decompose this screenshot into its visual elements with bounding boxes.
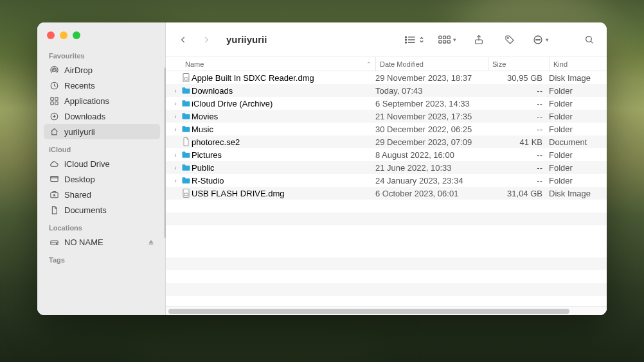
sidebar-item-desktop[interactable]: Desktop <box>44 171 160 187</box>
file-size: -- <box>488 99 549 108</box>
disclosure-triangle-icon[interactable]: › <box>171 113 180 120</box>
file-name: Music <box>192 125 375 134</box>
column-size[interactable]: Size <box>488 57 549 71</box>
folder-icon <box>180 151 192 159</box>
file-row[interactable]: USB FLASH DRIVE.dmg6 October 2023, 06:01… <box>166 187 607 200</box>
file-size: -- <box>488 176 549 185</box>
sidebar-item-label: Downloads <box>64 112 105 121</box>
file-row[interactable]: ›Music30 December 2022, 06:25--Folder <box>166 123 607 135</box>
view-mode-list-button[interactable] <box>404 35 424 44</box>
eject-icon[interactable] <box>147 238 155 246</box>
sidebar-item-no-name[interactable]: NO NAME <box>44 234 160 250</box>
sidebar-item-label: Shared <box>64 190 91 200</box>
file-row[interactable]: Apple Built In SDXC Reader.dmg29 Novembe… <box>166 71 607 84</box>
file-kind: Document <box>549 137 607 147</box>
file-kind: Folder <box>549 163 607 173</box>
fullscreen-window-button[interactable] <box>73 31 80 39</box>
svg-point-14 <box>56 243 57 244</box>
minimize-window-button[interactable] <box>60 31 67 39</box>
svg-rect-3 <box>55 97 57 99</box>
file-row[interactable]: ›Movies21 November 2023, 17:35--Folder <box>166 110 607 123</box>
file-row[interactable]: ›Public21 June 2022, 10:33--Folder <box>166 161 607 174</box>
file-kind: Folder <box>549 86 607 96</box>
traffic-lights <box>37 22 165 39</box>
search-button[interactable] <box>581 31 598 49</box>
disclosure-triangle-icon[interactable]: › <box>171 151 180 159</box>
group-by-button[interactable]: ▾ <box>438 35 456 44</box>
sidebar-item-label: NO NAME <box>64 237 103 247</box>
sidebar: Favourites AirDrop Recents Applications … <box>37 22 166 315</box>
home-icon <box>49 126 59 137</box>
clock-icon <box>49 80 59 90</box>
share-button[interactable] <box>470 31 487 49</box>
sidebar-item-yuriiyurii[interactable]: yuriiyurii <box>44 124 160 139</box>
sidebar-item-downloads[interactable]: Downloads <box>44 108 160 124</box>
column-name-label: Name <box>185 60 204 68</box>
forward-button[interactable] <box>198 31 215 49</box>
scrollbar-thumb[interactable] <box>168 309 569 314</box>
file-date: 8 August 2022, 16:00 <box>375 150 488 160</box>
disclosure-triangle-icon[interactable]: › <box>171 164 180 171</box>
folder-icon <box>180 177 192 184</box>
sidebar-section-favourites: Favourites <box>44 46 160 62</box>
file-size: -- <box>488 150 549 160</box>
sidebar-item-label: yuriiyurii <box>64 127 95 137</box>
disclosure-triangle-icon[interactable]: › <box>171 87 180 94</box>
sidebar-item-documents[interactable]: Documents <box>44 202 160 218</box>
file-name: Downloads <box>192 86 375 96</box>
file-row[interactable]: ›Pictures8 August 2022, 16:00--Folder <box>166 148 607 161</box>
column-kind[interactable]: Kind <box>549 57 607 71</box>
sidebar-item-icloud-drive[interactable]: iCloud Drive <box>44 156 160 171</box>
chevron-down-icon: ▾ <box>546 37 549 43</box>
disclosure-triangle-icon[interactable]: › <box>171 100 180 107</box>
disclosure-triangle-icon[interactable]: › <box>171 177 180 184</box>
sidebar-section-icloud: iCloud <box>44 139 160 156</box>
sidebar-item-applications[interactable]: Applications <box>44 93 160 108</box>
sidebar-section-tags: Tags <box>44 250 160 266</box>
tags-button[interactable] <box>501 31 518 49</box>
back-button[interactable] <box>175 31 192 49</box>
sidebar-item-label: Recents <box>64 81 95 90</box>
sidebar-item-shared[interactable]: Shared <box>44 187 160 202</box>
folder-icon <box>180 125 192 133</box>
svg-rect-23 <box>443 36 446 39</box>
file-name: Apple Built In SDXC Reader.dmg <box>192 73 375 83</box>
file-date: 30 December 2022, 06:25 <box>375 125 488 134</box>
file-name: Public <box>192 163 375 173</box>
sidebar-section-locations: Locations <box>44 218 160 234</box>
file-kind: Folder <box>549 176 607 185</box>
desktop-icon <box>49 174 59 184</box>
file-kind: Folder <box>549 99 607 108</box>
file-date: Today, 07:43 <box>375 86 488 96</box>
sidebar-item-recents[interactable]: Recents <box>44 78 160 93</box>
doc-icon <box>49 205 59 215</box>
column-date[interactable]: Date Modified <box>375 57 488 71</box>
svg-rect-22 <box>439 36 442 39</box>
file-row[interactable]: photorec.se229 December 2023, 07:0941 KB… <box>166 135 607 148</box>
file-kind: Folder <box>549 112 607 121</box>
doc-icon <box>180 137 192 146</box>
svg-point-33 <box>539 39 540 40</box>
disclosure-triangle-icon[interactable]: › <box>171 126 180 133</box>
file-date: 6 October 2023, 06:01 <box>375 189 488 198</box>
column-name[interactable]: Name ⌃ <box>185 60 375 68</box>
file-name: Pictures <box>192 150 375 160</box>
main-pane: yuriiyurii ▾ <box>166 22 607 315</box>
sidebar-item-airdrop[interactable]: AirDrop <box>44 62 160 78</box>
close-window-button[interactable] <box>47 31 55 39</box>
svg-point-18 <box>406 39 407 40</box>
file-date: 21 November 2023, 17:35 <box>375 112 488 121</box>
dmg-icon <box>180 73 192 82</box>
action-menu-button[interactable]: ▾ <box>532 34 549 46</box>
horizontal-scrollbar[interactable] <box>166 306 607 315</box>
file-row[interactable]: ›R-Studio24 January 2023, 23:34--Folder <box>166 174 607 187</box>
file-date: 29 November 2023, 18:37 <box>375 73 488 83</box>
sidebar-scrollbar[interactable] <box>164 67 166 238</box>
column-headers[interactable]: Name ⌃ Date Modified Size Kind <box>166 57 607 71</box>
file-row[interactable]: ›iCloud Drive (Archive)6 September 2023,… <box>166 97 607 110</box>
file-list[interactable]: Apple Built In SDXC Reader.dmg29 Novembe… <box>166 71 607 306</box>
file-row[interactable]: ›DownloadsToday, 07:43--Folder <box>166 84 607 97</box>
file-date: 24 January 2023, 23:34 <box>375 176 488 185</box>
file-date: 21 June 2022, 10:33 <box>375 163 488 173</box>
updown-icon <box>419 36 424 44</box>
